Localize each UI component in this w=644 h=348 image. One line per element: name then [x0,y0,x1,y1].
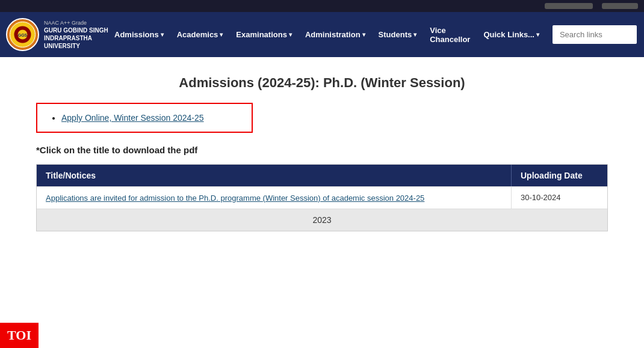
col-title-header: Title/Notices [37,165,511,186]
year-row-2023: 2023 [37,209,607,231]
col-date-header: Uploading Date [511,165,607,186]
notice-link-1[interactable]: Applications are invited for admission t… [46,194,424,203]
vc-label: ViceChancellor [430,26,470,44]
top-bar [0,0,644,12]
nav-academics[interactable]: Academics ▾ [171,25,229,44]
nav-students[interactable]: Students ▾ [373,25,423,44]
nav-vice-chancellor[interactable]: ViceChancellor [424,21,476,49]
table-header: Title/Notices Uploading Date [37,165,607,186]
apply-box: Apply Online, Winter Session 2024-25 [36,103,253,133]
nav-examinations[interactable]: Examinations ▾ [230,25,298,44]
search-input[interactable] [553,25,637,44]
nav-links: Admissions ▾ Academics ▾ Examinations ▾ … [108,21,638,49]
notices-table: Title/Notices Uploading Date Application… [36,164,608,231]
naac-grade: NAAC A++ Grade [44,19,108,27]
main-content: Admissions (2024-25): Ph.D. (Winter Sess… [0,57,644,249]
apply-online-link[interactable]: Apply Online, Winter Session 2024-25 [61,113,204,123]
logo-area: GGS NAAC A++ Grade GURU GOBIND SINGHINDR… [6,18,108,51]
students-arrow: ▾ [413,31,416,38]
administration-arrow: ▾ [362,31,365,38]
row-1-title: Applications are invited for admission t… [37,187,511,209]
nav-admissions[interactable]: Admissions ▾ [108,25,170,44]
page-title: Admissions (2024-25): Ph.D. (Winter Sess… [36,75,608,91]
logo-text: NAAC A++ Grade GURU GOBIND SINGHINDRAPRA… [44,19,108,50]
admissions-arrow: ▾ [161,31,164,38]
row-1-date: 30-10-2024 [511,187,607,209]
svg-text:GGS: GGS [18,33,28,37]
top-bar-blur-1 [545,3,593,9]
year-label: 2023 [306,209,337,231]
examinations-arrow: ▾ [289,31,292,38]
nav-administration[interactable]: Administration ▾ [299,25,371,44]
university-logo: GGS [6,18,39,51]
table-row: Applications are invited for admission t… [37,186,607,209]
academics-arrow: ▾ [220,31,223,38]
quick-links-arrow: ▾ [536,31,539,38]
university-name: GURU GOBIND SINGHINDRAPRASTHAUNIVERSITY [44,26,108,50]
pdf-note: *Click on the title to download the pdf [36,145,608,155]
top-bar-blur-2 [602,3,638,9]
nav-quick-links[interactable]: Quick Links... ▾ [477,25,545,44]
main-nav: GGS NAAC A++ Grade GURU GOBIND SINGHINDR… [0,12,644,57]
